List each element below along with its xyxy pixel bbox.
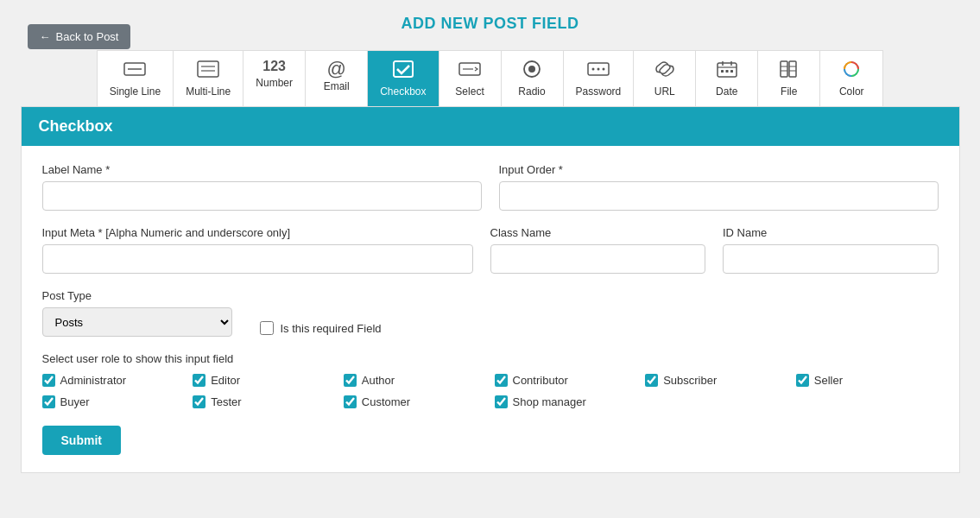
class-name-label: Class Name xyxy=(490,226,706,239)
role-contributor-checkbox[interactable] xyxy=(495,374,508,387)
svg-rect-18 xyxy=(721,70,724,73)
number-label: Number xyxy=(256,77,293,89)
role-editor-label: Editor xyxy=(211,374,240,387)
role-shop-manager-checkbox[interactable] xyxy=(495,395,508,408)
class-name-input[interactable] xyxy=(490,244,706,274)
role-seller: Seller xyxy=(796,374,939,387)
id-name-label: ID Name xyxy=(723,226,939,239)
user-roles-section-label: Select user role to show this input fiel… xyxy=(42,352,939,365)
file-icon xyxy=(778,60,800,82)
multi-line-label: Multi-Line xyxy=(186,85,231,98)
field-type-file[interactable]: File xyxy=(758,51,820,106)
roles-grid: Administrator Editor Author Contributor xyxy=(42,374,939,408)
input-order-label: Input Order * xyxy=(499,163,939,176)
user-roles-section: Select user role to show this input fiel… xyxy=(42,352,939,408)
role-buyer-checkbox[interactable] xyxy=(42,395,55,408)
role-subscriber-label: Subscriber xyxy=(663,374,717,387)
role-seller-label: Seller xyxy=(814,374,843,387)
submit-label: Submit xyxy=(61,433,102,447)
card-header: Checkbox xyxy=(22,107,959,146)
role-tester-checkbox[interactable] xyxy=(193,395,205,408)
field-type-password[interactable]: Password xyxy=(564,51,635,106)
multi-line-icon xyxy=(196,60,220,82)
svg-point-9 xyxy=(528,66,535,73)
post-type-group: Post Type Posts Pages Custom xyxy=(42,289,232,337)
role-author-label: Author xyxy=(362,374,395,387)
svg-rect-21 xyxy=(781,61,787,77)
field-type-date[interactable]: Date xyxy=(696,51,758,106)
radio-icon xyxy=(521,60,543,82)
field-type-url[interactable]: URL xyxy=(634,51,696,106)
field-type-single-line[interactable]: Single Line xyxy=(98,51,174,106)
post-type-label: Post Type xyxy=(42,289,232,302)
field-type-email[interactable]: @ Email xyxy=(306,51,368,106)
field-type-radio[interactable]: Radio xyxy=(502,51,564,106)
input-order-group: Input Order * xyxy=(499,163,939,211)
role-customer: Customer xyxy=(344,395,486,408)
role-author: Author xyxy=(344,374,486,387)
role-buyer: Buyer xyxy=(42,395,185,408)
field-type-multi-line[interactable]: Multi-Line xyxy=(174,51,243,106)
form-row-1: Label Name * Input Order * xyxy=(42,163,939,211)
field-type-color[interactable]: Color xyxy=(820,51,882,106)
role-editor-checkbox[interactable] xyxy=(193,374,205,387)
back-to-post-button[interactable]: ← Back to Post xyxy=(28,24,131,49)
color-label: Color xyxy=(839,85,864,98)
svg-point-13 xyxy=(602,68,604,71)
date-icon xyxy=(716,60,738,82)
date-label: Date xyxy=(716,85,737,98)
input-order-input[interactable] xyxy=(499,181,939,211)
required-field-group: Is this required Field xyxy=(260,321,382,337)
svg-rect-20 xyxy=(730,70,733,73)
role-editor: Editor xyxy=(193,374,335,387)
label-name-group: Label Name * xyxy=(42,163,482,211)
color-icon xyxy=(840,60,863,82)
role-subscriber: Subscriber xyxy=(645,374,787,387)
role-customer-checkbox[interactable] xyxy=(344,395,357,408)
role-shop-manager: Shop manager xyxy=(495,395,637,408)
input-meta-group: Input Meta * [Alpha Numeric and undersco… xyxy=(42,226,473,274)
svg-rect-22 xyxy=(789,61,796,77)
field-type-checkbox[interactable]: Checkbox xyxy=(368,51,439,106)
single-line-icon xyxy=(123,60,147,82)
role-contributor-label: Contributor xyxy=(513,374,568,387)
role-tester: Tester xyxy=(193,395,335,408)
role-buyer-label: Buyer xyxy=(60,395,90,408)
required-field-label: Is this required Field xyxy=(281,322,382,335)
role-seller-checkbox[interactable] xyxy=(796,374,809,387)
file-label: File xyxy=(781,85,797,98)
card-title: Checkbox xyxy=(39,117,113,135)
radio-label: Radio xyxy=(518,85,545,98)
submit-button[interactable]: Submit xyxy=(42,426,121,455)
number-icon: 123 xyxy=(262,60,286,73)
id-name-input[interactable] xyxy=(723,244,939,274)
svg-point-11 xyxy=(591,68,594,71)
email-icon: @ xyxy=(327,60,346,79)
select-icon xyxy=(458,60,482,82)
required-field-checkbox[interactable] xyxy=(260,321,274,335)
svg-rect-2 xyxy=(198,61,218,77)
url-icon xyxy=(654,60,676,82)
class-name-group: Class Name xyxy=(490,226,706,274)
email-label: Email xyxy=(324,80,350,92)
arrow-left-icon: ← xyxy=(40,30,51,43)
role-administrator-checkbox[interactable] xyxy=(42,374,55,387)
password-label: Password xyxy=(576,85,622,98)
card-body: Label Name * Input Order * Input Meta * … xyxy=(22,146,959,472)
single-line-label: Single Line xyxy=(110,85,161,98)
input-meta-input[interactable] xyxy=(42,244,473,274)
field-type-select[interactable]: Select xyxy=(439,51,502,106)
role-subscriber-checkbox[interactable] xyxy=(645,374,658,387)
post-type-select[interactable]: Posts Pages Custom xyxy=(42,307,232,337)
role-customer-label: Customer xyxy=(362,395,410,408)
role-author-checkbox[interactable] xyxy=(344,374,357,387)
label-name-input[interactable] xyxy=(42,181,482,211)
field-type-number[interactable]: 123 Number xyxy=(243,51,306,106)
page-title: ADD NEW POST FIELD xyxy=(401,15,579,33)
input-meta-label: Input Meta * [Alpha Numeric and undersco… xyxy=(42,226,473,239)
role-administrator: Administrator xyxy=(42,374,185,387)
checkbox-label: Checkbox xyxy=(380,85,426,98)
svg-point-12 xyxy=(597,68,599,71)
back-button-label: Back to Post xyxy=(56,30,119,43)
url-label: URL xyxy=(654,85,675,98)
